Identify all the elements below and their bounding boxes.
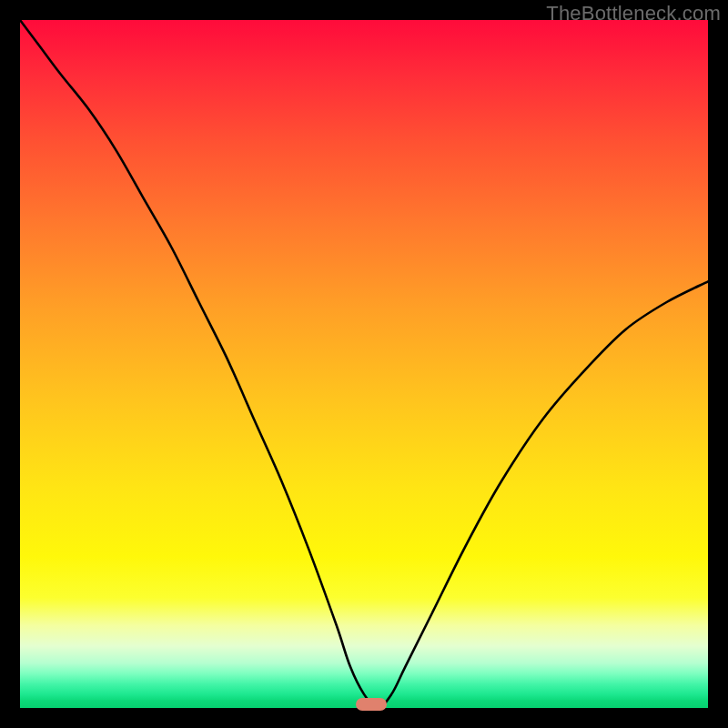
plot-area [20,20,708,708]
watermark-text: TheBottleneck.com [546,2,721,25]
bottleneck-curve [20,20,708,708]
optimal-marker [356,698,387,711]
chart-frame: TheBottleneck.com [0,0,728,728]
